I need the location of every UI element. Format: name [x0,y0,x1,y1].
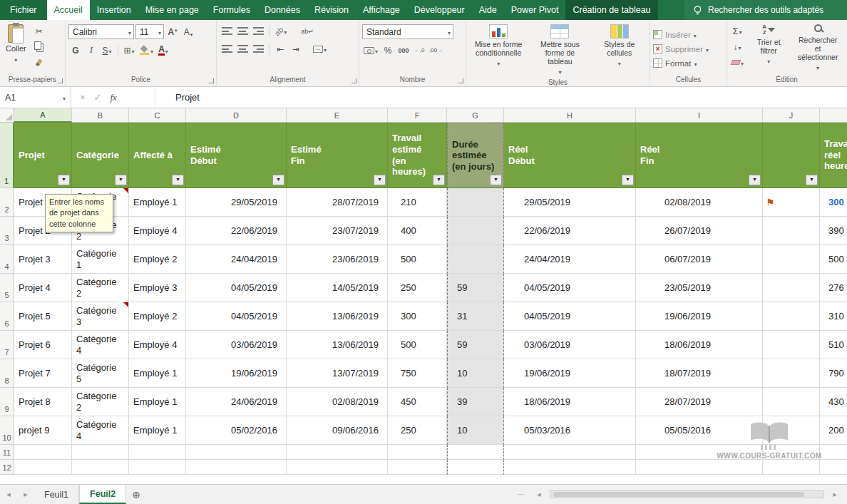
cell-C10[interactable]: Employé 1 [129,416,186,445]
cell-E5[interactable]: 14/05/2019 [287,274,388,302]
ribbon-tab-power-pivot[interactable]: Power Pivot [504,0,566,20]
cell-F11[interactable] [388,445,447,460]
ribbon-tab-affichage[interactable]: Affichage [356,0,407,20]
filter-button[interactable]: ▼ [172,175,184,185]
select-all-corner[interactable] [0,108,14,123]
cell-H2[interactable]: 29/05/2019 [504,188,636,217]
delete-cells-button[interactable]: ×Supprimer [653,42,724,56]
cell-K6[interactable]: 310 [820,302,847,331]
cell-E2[interactable]: 28/07/2019 [287,188,388,217]
table-header-cell-J1[interactable]: ▼ [763,123,820,188]
cell-H8[interactable]: 19/06/2019 [504,359,636,388]
clear-icon[interactable] [730,56,745,69]
cell-K3[interactable]: 390 [820,217,847,245]
cell-C4[interactable]: Employé 2 [129,245,186,274]
comma-style-icon[interactable]: 000 [396,43,411,57]
decrease-font-icon[interactable]: A [181,25,195,38]
cell-G4[interactable] [447,245,504,274]
table-header-cell-H1[interactable]: Réel Début▼ [504,123,636,188]
underline-button[interactable]: S [100,43,114,57]
cell-C5[interactable]: Employé 3 [129,274,186,302]
cell-G2[interactable] [447,188,504,217]
ribbon-tab-création-de-tableau[interactable]: Création de tableau [565,0,657,20]
row-header-4[interactable]: 4 [0,245,14,274]
table-header-cell-I1[interactable]: Réel Fin▼ [636,123,763,188]
cell-A8[interactable]: Projet 7 [14,359,72,388]
ribbon-tab-aide[interactable]: Aide [472,0,504,20]
cell-A9[interactable]: Projet 8 [14,388,72,416]
enter-icon[interactable]: ✓ [94,92,102,103]
hscroll-left-icon[interactable]: ◂ [530,490,548,499]
cell-B12[interactable] [72,460,129,475]
cell-A7[interactable]: Projet 6 [14,331,72,359]
autosum-button[interactable]: Σ [730,24,744,38]
formula-input[interactable]: Projet [155,87,847,108]
cell-I3[interactable]: 26/07/2019 [636,217,763,245]
decrease-indent-icon[interactable]: ⇤ [273,42,287,56]
column-header-E[interactable]: E [287,108,388,123]
table-header-cell-B1[interactable]: Catégorie▼ [72,123,129,188]
table-header-cell-K1[interactable]: Travail réel heures▼ [820,123,847,188]
cell-E10[interactable]: 09/06/2016 [287,416,388,445]
row-header-5[interactable]: 5 [0,274,14,302]
column-header-C[interactable]: C [129,108,186,123]
cell-A4[interactable]: Projet 3 [14,245,72,274]
increase-indent-icon[interactable]: ⇥ [289,42,303,56]
column-header-I[interactable]: I [636,108,763,123]
cell-I8[interactable]: 18/07/2019 [636,359,763,388]
ribbon-tab-fichier[interactable]: Fichier [0,0,47,20]
sort-filter-button[interactable]: AZ Trier et filtrer [748,23,789,75]
dialog-launcher-icon[interactable] [351,78,356,83]
column-header-K[interactable]: K [820,108,847,123]
cell-E12[interactable] [287,460,388,475]
cell-B4[interactable]: Catégorie 1 [72,245,129,274]
cell-G8[interactable]: 10 [447,359,504,388]
column-header-D[interactable]: D [186,108,287,123]
align-top-icon[interactable] [220,24,234,38]
cell-J6[interactable] [763,302,820,331]
font-size-select[interactable]: 11 [135,24,164,39]
filter-button[interactable]: ▼ [433,175,445,185]
filter-button[interactable]: ▼ [374,175,386,185]
column-header-A[interactable]: A [14,108,72,123]
cell-I9[interactable]: 28/07/2019 [636,388,763,416]
cell-C11[interactable] [129,445,186,460]
align-bottom-icon[interactable] [251,24,265,38]
cell-H6[interactable]: 04/05/2019 [504,302,636,331]
cell-B11[interactable] [72,445,129,460]
table-header-cell-F1[interactable]: Travail estimé (en heures)▼ [388,123,447,188]
cancel-icon[interactable]: × [80,92,86,103]
cell-J5[interactable] [763,274,820,302]
merge-center-icon[interactable]: ↔ [312,42,328,56]
cell-B9[interactable]: Catégorie 2 [72,388,129,416]
cell-D11[interactable] [186,445,287,460]
cell-K5[interactable]: 276 [820,274,847,302]
row-header-8[interactable]: 8 [0,359,14,388]
cell-A5[interactable]: Projet 4 [14,274,72,302]
format-as-table-button[interactable]: Mettre sous forme de tableau [530,23,589,78]
cell-F8[interactable]: 750 [388,359,447,388]
decrease-decimal-icon[interactable]: ,00→ [428,43,444,57]
cell-G11[interactable] [447,445,504,460]
format-painter-icon[interactable] [32,56,46,69]
table-header-cell-E1[interactable]: Estimé Fin▼ [287,123,388,188]
row-header-9[interactable]: 9 [0,388,14,416]
row-header-10[interactable]: 10 [0,416,14,445]
table-header-cell-A1[interactable]: Projet▼ [14,123,72,188]
sheet-nav-left-icon[interactable]: ◂ [0,485,17,504]
cell-D6[interactable]: 04/05/2019 [186,302,287,331]
cell-A6[interactable]: Projet 5 [14,302,72,331]
cell-B5[interactable]: Catégorie 2 [72,274,129,302]
wrap-text-icon[interactable]: ab↵ [299,24,315,38]
cell-E4[interactable]: 23/06/2019 [287,245,388,274]
cell-styles-button[interactable]: Styles de cellules [592,23,647,78]
cell-K9[interactable]: 430 [820,388,847,416]
align-center-icon[interactable] [235,42,250,56]
column-header-J[interactable]: J [763,108,820,123]
align-right-icon[interactable] [251,42,265,56]
row-header-12[interactable]: 12 [0,460,14,475]
copy-icon[interactable] [32,40,46,53]
fill-down-icon[interactable]: ↓ [730,40,744,53]
insert-function-icon[interactable]: fx [111,92,117,103]
row-header-2[interactable]: 2 [0,188,14,217]
